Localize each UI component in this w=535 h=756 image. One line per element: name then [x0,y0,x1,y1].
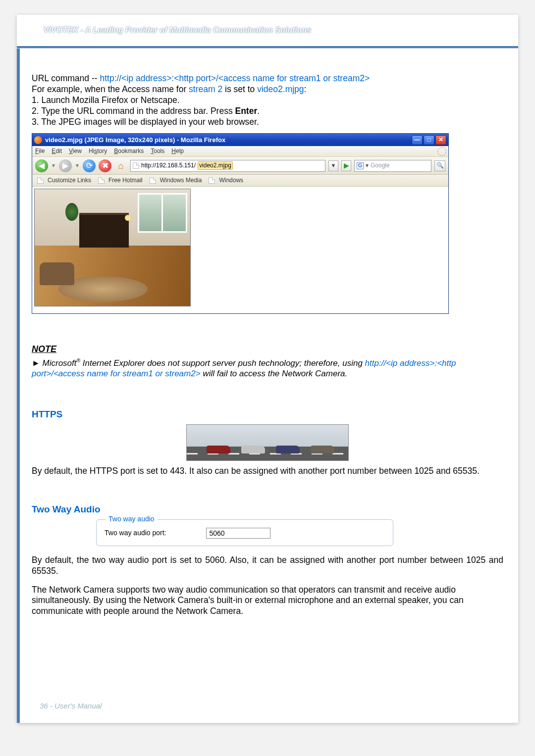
go-button[interactable]: ▶ [341,160,351,171]
two-way-audio-legend: Two way audio [106,515,158,524]
home-button[interactable]: ⌂ [114,159,127,172]
menu-bookmarks[interactable]: Bookmarks [114,148,144,155]
page-footer: 36 - User's Manual [40,702,102,710]
menu-view[interactable]: View [69,148,82,155]
https-image [186,424,349,461]
two-way-audio-label: Two way audio port: [105,529,166,538]
two-way-audio-port-input[interactable] [206,528,270,539]
url-dropdown-button[interactable]: ▼ [328,160,338,171]
search-button[interactable]: 🔍 [434,160,445,171]
forward-button[interactable]: ▶ [59,159,72,172]
address-bar[interactable]: http://192.168.5.151/video2.mjpg [130,160,325,172]
maximize-button[interactable]: □ [424,135,434,145]
twa-paragraph-1: By default, the two way audio port is se… [32,555,503,577]
minimize-button[interactable]: — [412,135,423,145]
bookmark-windows-media[interactable]: Windows Media [150,177,202,184]
url-cmd-link: http://<ip address>:<http port>/<access … [100,73,370,83]
https-body: By default, the HTTPS port is set to 443… [32,466,503,477]
firefox-toolbar: ◀ ▾ ▶ ▾ ⟳ ✖ ⌂ http://192.168.5.151/video… [32,157,448,175]
step-1: 1. Launch Mozilla Firefox or Netscape. [32,95,503,106]
two-way-audio-heading: Two Way Audio [32,504,503,515]
url-cmd-prefix: URL command -- [32,73,100,83]
reload-button[interactable]: ⟳ [83,159,96,172]
menu-tools[interactable]: Tools [151,148,164,155]
https-heading: HTTPS [32,408,503,420]
firefox-menubar: File Edit View History Bookmarks Tools H… [32,146,448,157]
example-line: For example, when the Access name for st… [32,84,503,95]
step-3: 3. The JPEG images will be displayed in … [32,117,503,128]
page-icon [133,162,139,169]
note-body: ► Microsoft® Internet Explorer does not … [32,358,503,379]
back-button[interactable]: ◀ [35,159,48,172]
header-title: VIVOTEK - A Leading Provider of Multimed… [44,26,311,35]
search-placeholder: Google [371,162,390,169]
close-button[interactable]: ✕ [435,135,446,145]
video-stream-image [34,189,191,306]
step-2: 2. Type the URL command in the address b… [32,106,503,117]
bookmark-windows[interactable]: Windows [209,177,243,184]
menu-edit[interactable]: Edit [52,148,62,155]
firefox-window-title: video2.mjpg (JPEG Image, 320x240 pixels)… [45,136,412,144]
activity-indicator-icon [437,147,446,156]
firefox-logo-icon [34,136,42,144]
note-heading: NOTE [32,344,503,355]
bookmark-customize-links[interactable]: Customize Links [37,177,91,184]
menu-help[interactable]: Help [171,148,184,155]
search-box[interactable]: G ▾ Google [354,160,431,172]
url-text: http://192.168.5.151/ [141,162,196,169]
two-way-audio-fieldset: Two way audio Two way audio port: [96,519,393,546]
url-highlight: video2.mjpg [198,161,233,170]
google-icon: G [357,162,364,169]
firefox-titlebar[interactable]: video2.mjpg (JPEG Image, 320x240 pixels)… [32,134,448,146]
url-command-line: URL command -- http://<ip address>:<http… [32,73,503,84]
stop-button[interactable]: ✖ [99,159,111,172]
menu-history[interactable]: History [89,148,107,155]
bookmark-free-hotmail[interactable]: Free Hotmail [98,177,143,184]
firefox-window: video2.mjpg (JPEG Image, 320x240 pixels)… [32,133,449,314]
twa-paragraph-2: The Network Camera supports two way audi… [32,585,503,617]
firefox-bookmarks-bar: Customize Links Free Hotmail Windows Med… [32,175,448,187]
menu-file[interactable]: File [35,148,45,155]
firefox-content-area [32,187,448,313]
